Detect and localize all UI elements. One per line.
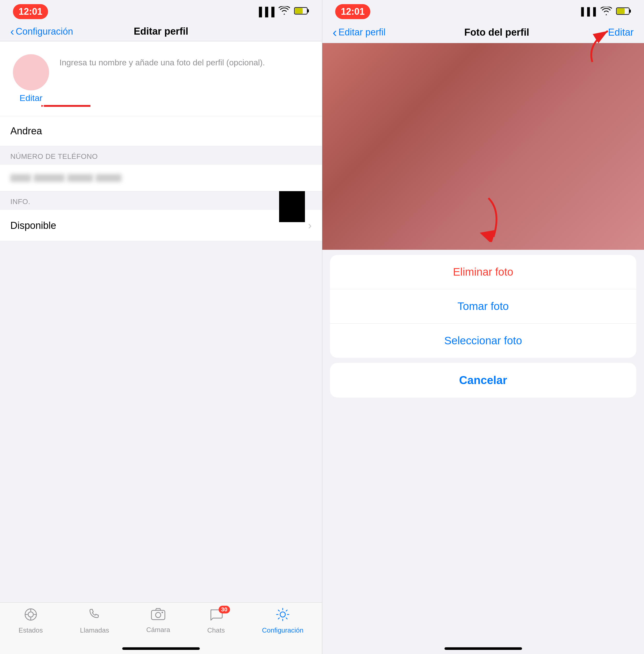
- svg-rect-16: [629, 9, 631, 13]
- tab-chats-label: Chats: [207, 626, 225, 634]
- tab-estados[interactable]: Estados: [19, 608, 43, 634]
- action-tomar[interactable]: Tomar foto: [330, 289, 636, 324]
- info-section[interactable]: Disponible ›: [0, 210, 322, 241]
- action-sheet-cancel: Cancelar: [330, 363, 636, 397]
- camara-icon: [151, 608, 165, 624]
- tab-camara[interactable]: Cámara: [146, 608, 170, 634]
- action-seleccionar[interactable]: Seleccionar foto: [330, 324, 636, 358]
- photo-area: [322, 43, 644, 250]
- arrow-editar-indicator: [572, 23, 628, 65]
- phone-section: [0, 165, 322, 191]
- configuracion-icon: [276, 608, 290, 624]
- back-label-right: Editar perfil: [339, 27, 386, 38]
- status-bar-left: 12:01 ▐▐▐: [0, 0, 322, 23]
- svg-point-12: [156, 612, 161, 617]
- nav-title-left: Editar perfil: [134, 26, 188, 37]
- nav-title-right: Foto del perfil: [464, 27, 529, 38]
- chevron-left-icon-right: ‹: [332, 26, 337, 39]
- svg-point-13: [162, 612, 163, 613]
- svg-rect-2: [295, 8, 303, 14]
- tab-llamadas[interactable]: Llamadas: [80, 608, 109, 634]
- wifi-icon: [279, 6, 290, 17]
- svg-rect-1: [307, 9, 309, 13]
- llamadas-icon: [88, 608, 101, 624]
- chats-icon: 30: [209, 608, 223, 624]
- chevron-left-icon: ‹: [10, 25, 14, 38]
- phone-section-header: NÚMERO DE TELÉFONO: [0, 146, 322, 165]
- tab-configuracion-label: Configuración: [262, 626, 303, 634]
- info-value: Disponible: [10, 220, 56, 231]
- svg-point-6: [28, 612, 33, 617]
- battery-icon-right: [616, 7, 631, 16]
- phone-header-label: NÚMERO DE TELÉFONO: [10, 152, 312, 161]
- back-button-right[interactable]: ‹ Editar perfil: [332, 26, 386, 39]
- estados-icon: [24, 608, 38, 624]
- back-label-left: Configuración: [16, 26, 73, 37]
- action-eliminar[interactable]: Eliminar foto: [330, 255, 636, 289]
- home-indicator-left: [122, 647, 200, 650]
- black-block-overlay: [279, 191, 305, 222]
- name-value: Andrea: [10, 125, 312, 137]
- edit-avatar-link[interactable]: Editar: [20, 93, 43, 103]
- signal-icon-right: ▐▐▐: [578, 7, 596, 16]
- tab-configuracion[interactable]: Configuración: [262, 608, 303, 634]
- svg-rect-11: [152, 610, 165, 620]
- chats-badge: 30: [218, 606, 230, 613]
- svg-point-14: [280, 612, 285, 617]
- info-header-label: INFO.: [10, 198, 312, 206]
- tab-camara-label: Cámara: [146, 626, 170, 634]
- arrow-edit-indicator: [41, 98, 93, 114]
- avatar-container: Editar: [13, 54, 49, 103]
- left-screen: 12:01 ▐▐▐ ‹ Conf: [0, 0, 322, 654]
- action-cancelar[interactable]: Cancelar: [330, 363, 636, 397]
- name-section: Andrea: [0, 116, 322, 146]
- empty-space: [0, 241, 322, 654]
- chevron-right-icon: ›: [308, 219, 312, 232]
- profile-description: Ingresa tu nombre y añade una foto del p…: [60, 54, 309, 69]
- battery-icon: [294, 7, 309, 17]
- action-sheet: Eliminar foto Tomar foto Seleccionar fot…: [322, 250, 644, 403]
- tab-chats[interactable]: 30 Chats: [207, 608, 225, 634]
- wifi-icon-right: [601, 7, 612, 17]
- status-icons-right: ▐▐▐: [578, 7, 631, 17]
- right-screen: 12:01 ▐▐▐ ‹ Edit: [322, 0, 644, 654]
- tab-bar: Estados Llamadas Cámara: [0, 602, 322, 654]
- avatar-image: [13, 54, 49, 90]
- back-button-left[interactable]: ‹ Configuración: [10, 25, 73, 38]
- info-section-header: INFO.: [0, 191, 322, 210]
- status-bar-right: 12:01 ▐▐▐: [322, 0, 644, 23]
- home-indicator-right: [444, 647, 522, 650]
- time-right: 12:01: [335, 4, 370, 19]
- time-left: 12:01: [13, 4, 48, 19]
- svg-rect-17: [617, 8, 625, 14]
- arrow-down-indicator: [468, 196, 509, 242]
- tab-estados-label: Estados: [19, 626, 43, 634]
- nav-bar-left: ‹ Configuración Editar perfil: [0, 23, 322, 41]
- signal-icon: ▐▐▐: [256, 7, 274, 17]
- status-icons-left: ▐▐▐: [256, 6, 309, 17]
- action-sheet-main: Eliminar foto Tomar foto Seleccionar fot…: [330, 255, 636, 358]
- tab-llamadas-label: Llamadas: [80, 626, 109, 634]
